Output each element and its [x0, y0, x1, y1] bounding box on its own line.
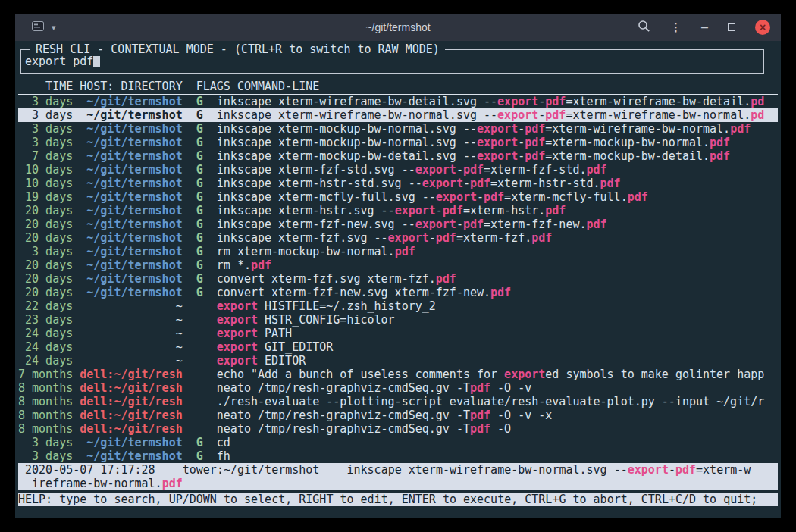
desktop-background: ▾ ~/git/termshot ⋮ – × RESH CLI - CONTEX… — [0, 0, 796, 532]
chevron-down-icon[interactable]: ▾ — [52, 23, 56, 33]
text-segment: rm xterm-mockup-bw-normal. — [217, 245, 395, 258]
text-segment: GIT_EDITOR — [258, 340, 333, 354]
text-segment: inkscape xterm-fzf.svg -- — [217, 231, 388, 245]
history-row[interactable]: 20 days~/git/termshotGinkscape xterm-hst… — [18, 204, 778, 217]
row-command: convert xterm-fzf-new.svg xterm-fzf-new.… — [217, 286, 778, 299]
history-row[interactable]: 3 days~/git/termshotGcd — [18, 436, 778, 449]
match-highlight: export — [504, 368, 545, 381]
search-box: RESH CLI - CONTEXTUAL MODE - (CTRL+R to … — [20, 49, 764, 74]
search-box-title: RESH CLI - CONTEXTUAL MODE - (CTRL+R to … — [30, 42, 445, 56]
row-command: export HISTFILE=~/.zsh_history_2 — [217, 299, 778, 313]
history-row[interactable]: 10 days~/git/termshotGinkscape xterm-hst… — [18, 177, 778, 190]
match-highlight: pdf — [436, 231, 456, 245]
text-segment: - — [669, 463, 675, 477]
row-flags — [196, 299, 203, 313]
text-segment: neato /tmp/resh-graphviz-cmdSeq.gv -T — [217, 381, 470, 395]
row-command: neato /tmp/resh-graphviz-cmdSeq.gv -Tpdf… — [217, 422, 778, 436]
row-host-directory: ~/git/termshot — [80, 258, 182, 272]
kebab-menu-icon[interactable]: ⋮ — [670, 20, 682, 34]
text-segment: inkscape xterm-fzf-std.svg -- — [217, 163, 415, 177]
text-segment: =xterm-wireframe-bw-normal. — [545, 122, 730, 136]
match-highlight: export — [477, 122, 518, 136]
history-row[interactable]: 7 days~/git/termshotGinkscape xterm-mock… — [18, 149, 778, 163]
terminal-app-icon[interactable] — [32, 21, 44, 33]
match-highlight: pdf — [436, 272, 456, 286]
restore-button[interactable] — [728, 23, 735, 31]
close-button[interactable]: × — [755, 20, 770, 35]
text-segment: convert xterm-fzf-new.svg xterm-fzf-new. — [217, 286, 490, 299]
text-segment: EDITOR — [258, 354, 306, 368]
row-command: inkscape xterm-wireframe-bw-normal.svg -… — [217, 108, 778, 122]
minimize-button[interactable]: – — [701, 23, 708, 31]
row-flags — [196, 354, 203, 368]
header-flags-commandline: FLAGS COMMAND-LINE — [196, 80, 320, 94]
help-bar: HELP: type to search, UP/DOWN to select,… — [18, 493, 778, 506]
match-highlight: pdf — [463, 217, 484, 231]
history-row[interactable]: 8 monthsdell:~/git/reshneato /tmp/resh-g… — [18, 422, 778, 436]
history-row[interactable]: 7 monthsdell:~/git/reshecho "Add a bunch… — [18, 368, 778, 381]
row-flags: G — [196, 204, 203, 217]
row-host-directory: dell:~/git/resh — [80, 368, 182, 381]
match-highlight: pdf — [525, 149, 545, 163]
match-highlight: pdf — [710, 136, 730, 149]
row-flags — [196, 381, 203, 395]
history-row[interactable]: 20 days~/git/termshotGinkscape xterm-fzf… — [18, 231, 778, 245]
titlebar[interactable]: ▾ ~/git/termshot ⋮ – × — [15, 14, 781, 41]
match-highlight: pdf — [470, 422, 490, 436]
row-host-directory: ~/git/termshot — [80, 436, 182, 449]
history-row[interactable]: 20 days~/git/termshotGinkscape xterm-fzf… — [18, 217, 778, 231]
row-command: cd — [217, 436, 778, 449]
history-row[interactable]: 20 days~/git/termshotGconvert xterm-fzf-… — [18, 286, 778, 299]
search-icon[interactable] — [638, 20, 650, 35]
history-row[interactable]: 19 days~/git/termshotGinkscape xterm-mcf… — [18, 190, 778, 204]
row-time: 20 days — [18, 204, 73, 217]
row-flags — [196, 340, 203, 354]
match-highlight: pdf — [470, 408, 490, 422]
row-host-directory: ~/git/termshot — [80, 190, 182, 204]
history-list: 3 days~/git/termshotGinkscape xterm-wire… — [18, 95, 778, 463]
history-row[interactable]: 20 days~/git/termshotGrm *.pdf — [18, 258, 778, 272]
history-row[interactable]: 3 days~/git/termshotGinkscape xterm-mock… — [18, 136, 778, 149]
history-row[interactable]: 8 monthsdell:~/git/reshneato /tmp/resh-g… — [18, 408, 778, 422]
row-time: 8 months — [18, 408, 73, 422]
history-row[interactable]: 3 days~/git/termshotGrm xterm-mockup-bw-… — [18, 245, 778, 258]
history-row-selected[interactable]: 3 days~/git/termshotGinkscape xterm-wire… — [18, 108, 778, 122]
row-flags: G — [196, 136, 203, 149]
terminal-window: ▾ ~/git/termshot ⋮ – × RESH CLI - CONTEX… — [15, 14, 781, 518]
history-row[interactable]: 24 days~export EDITOR — [18, 354, 778, 368]
text-segment: =xterm-wireframe-bw-normal. — [566, 108, 751, 122]
row-command: inkscape xterm-hstr-std.svg --export-pdf… — [217, 177, 778, 190]
match-highlight: export — [217, 327, 258, 340]
row-host-directory: ~/git/termshot — [80, 245, 182, 258]
history-row[interactable]: 24 days~export PATH — [18, 327, 778, 340]
match-highlight: pdf — [545, 204, 566, 217]
history-row[interactable]: 3 days~/git/termshotGinkscape xterm-wire… — [18, 95, 778, 108]
row-host-directory: dell:~/git/resh — [80, 395, 182, 408]
row-host-directory: ~/git/termshot — [80, 136, 182, 149]
history-row[interactable]: 8 monthsdell:~/git/reshneato /tmp/resh-g… — [18, 381, 778, 395]
row-host-directory: ~ — [80, 299, 182, 313]
match-highlight: pd — [751, 108, 764, 122]
history-row[interactable]: 22 days~export HISTFILE=~/.zsh_history_2 — [18, 299, 778, 313]
row-time: 24 days — [18, 354, 73, 368]
row-time: 8 months — [18, 422, 73, 436]
row-host-directory: dell:~/git/resh — [80, 408, 182, 422]
row-host-directory: ~ — [80, 340, 182, 354]
row-host-directory: ~/git/termshot — [80, 272, 182, 286]
text-segment: ireframe-bw-normal. — [18, 477, 162, 490]
text-segment: =xterm-fzf-new. — [484, 217, 586, 231]
match-highlight: export — [388, 231, 429, 245]
row-flags: G — [196, 190, 203, 204]
header-host-directory: HOST: DIRECTORY — [80, 80, 182, 94]
history-row[interactable]: 3 days~/git/termshotGfh — [18, 449, 778, 463]
row-flags: G — [196, 149, 203, 163]
match-highlight: pd — [751, 95, 764, 108]
history-row[interactable]: 20 days~/git/termshotGconvert xterm-fzf.… — [18, 272, 778, 286]
search-input[interactable]: export pdf — [25, 55, 93, 68]
history-row[interactable]: 23 days~export HSTR_CONFIG=hicolor — [18, 313, 778, 327]
history-row[interactable]: 3 days~/git/termshotGinkscape xterm-mock… — [18, 122, 778, 136]
history-row[interactable]: 24 days~export GIT_EDITOR — [18, 340, 778, 354]
history-row[interactable]: 8 monthsdell:~/git/resh./resh-evaluate -… — [18, 395, 778, 408]
match-highlight: pdf — [463, 163, 484, 177]
history-row[interactable]: 10 days~/git/termshotGinkscape xterm-fzf… — [18, 163, 778, 177]
